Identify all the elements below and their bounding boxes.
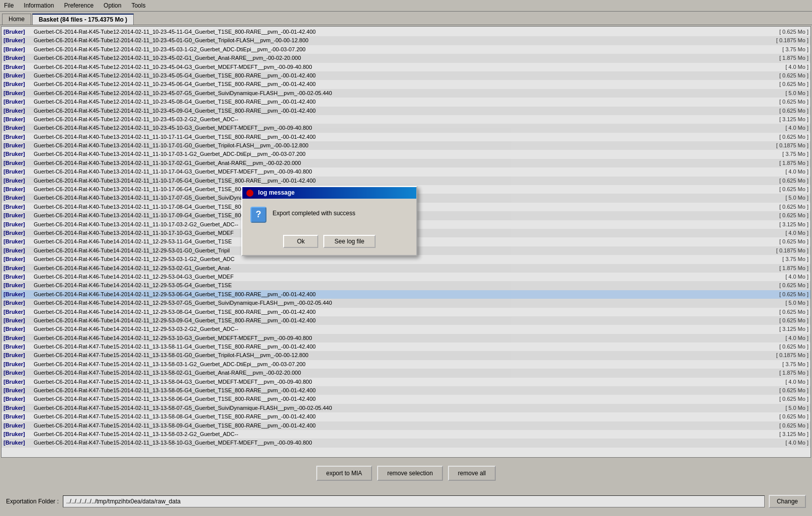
dialog-buttons: Ok See log file (242, 231, 416, 255)
log-message-dialog: log message ? Export completed with succ… (241, 186, 417, 256)
dialog-title: log message (258, 189, 295, 196)
dialog-body: ? Export completed with success (242, 199, 416, 231)
dialog-message: Export completed with success (273, 207, 355, 218)
dialog-overlay: log message ? Export completed with succ… (0, 0, 812, 516)
dialog-title-bar: log message (242, 187, 416, 199)
dialog-title-icon (246, 190, 253, 197)
dialog-ok-button[interactable]: Ok (283, 235, 318, 248)
dialog-see-log-button[interactable]: See log file (323, 235, 375, 248)
question-icon: ? (250, 207, 266, 223)
